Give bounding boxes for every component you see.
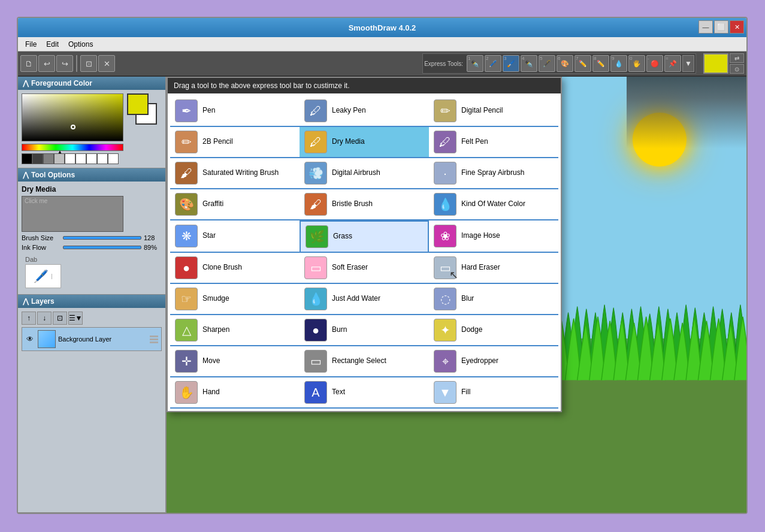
tool-item-rectangle-select[interactable]: ▭ Rectangle Select — [300, 346, 429, 377]
tool-label-grass: Grass — [333, 232, 352, 241]
maximize-button[interactable]: ⬜ — [714, 20, 728, 34]
ink-flow-slider[interactable] — [63, 246, 141, 249]
color-display[interactable] — [703, 53, 728, 74]
express-tool-minus[interactable]: -🔴 — [646, 55, 663, 72]
new-button[interactable]: 🗋 — [20, 55, 37, 72]
express-tool-equals[interactable]: =📌 — [664, 55, 681, 72]
clear-button[interactable]: ✕ — [98, 55, 115, 72]
layer-menu-button[interactable]: ☰▼ — [68, 312, 83, 325]
paste-button[interactable]: ⊡ — [80, 55, 97, 72]
tool-item-smudge[interactable]: ☞ Smudge — [170, 284, 300, 315]
tool-icon-sharpen: △ — [175, 319, 198, 341]
tool-item-text[interactable]: A Text — [300, 377, 429, 409]
redo-button[interactable]: ↪ — [56, 55, 73, 72]
color-spectrum[interactable] — [22, 144, 123, 151]
tool-item-sharpen[interactable]: △ Sharpen — [170, 315, 300, 346]
tool-item-saturated-writing-brush[interactable]: 🖌 Saturated Writing Brush — [170, 158, 300, 189]
tool-item-fine-spray-airbrush[interactable]: · Fine Spray Airbrush — [429, 158, 558, 189]
reset-colors-button[interactable]: ⊙ — [730, 64, 744, 74]
tool-label-dodge: Dodge — [461, 325, 482, 335]
color-controls — [18, 90, 165, 168]
tool-item-dodge[interactable]: ✦ Dodge — [429, 315, 558, 346]
tool-icon-leaky-pen: 🖊 — [304, 99, 327, 122]
more-tools-button[interactable]: ▼ — [682, 55, 694, 72]
tool-label-digital-pencil: Digital Pencil — [461, 106, 503, 116]
canvas-area[interactable]: Drag a tool to the above express tool ba… — [167, 77, 746, 513]
swatch-white2[interactable] — [75, 153, 86, 164]
tool-item-kind-of-water-color[interactable]: 💧 Kind Of Water Color — [429, 189, 558, 220]
tool-item-felt-pen[interactable]: 🖊 Felt Pen — [429, 127, 558, 158]
express-tool-1[interactable]: 1✒️ — [467, 55, 483, 72]
tool-item-grass[interactable]: 🌿 Grass — [300, 220, 429, 253]
tool-item-digital-airbrush[interactable]: 💨 Digital Airbrush — [300, 158, 429, 189]
tool-item-soft-eraser[interactable]: ▭ Soft Eraser — [300, 253, 429, 284]
foreground-color-box[interactable] — [127, 93, 149, 115]
tool-item-star[interactable]: ❋ Star — [170, 220, 300, 253]
brush-preview[interactable]: Click me — [22, 196, 123, 232]
tool-icon-graffiti: 🎨 — [175, 193, 198, 216]
tool-icon-star: ❋ — [175, 225, 198, 247]
tool-item-clone-brush[interactable]: ● Clone Brush — [170, 253, 300, 284]
swatch-white5[interactable] — [108, 153, 119, 164]
minimize-button[interactable]: — — [699, 20, 713, 34]
express-tool-9[interactable]: 9💧 — [610, 55, 627, 72]
close-button[interactable]: ✕ — [730, 20, 744, 34]
express-tool-3[interactable]: 3🖌️ — [503, 55, 519, 72]
dab-section: Dab 🖊️ | — [22, 253, 162, 291]
tool-item-eyedropper[interactable]: ⌖ Eyedropper — [429, 346, 558, 377]
swap-colors-button[interactable]: ⇄ — [730, 53, 744, 63]
tool-item-leaky-pen[interactable]: 🖊 Leaky Pen — [300, 96, 429, 127]
express-tool-6[interactable]: 6🎨 — [557, 55, 573, 72]
tool-label-bristle-brush: Bristle Brush — [332, 200, 373, 209]
brush-size-slider[interactable] — [63, 236, 141, 240]
tool-options-content: Dry Media Click me Brush Size 128 Ink Fl… — [18, 182, 165, 294]
tool-item-bristle-brush[interactable]: 🖌 Bristle Brush — [300, 189, 429, 220]
swatch-lightgray[interactable] — [54, 153, 65, 164]
layer-item[interactable]: 👁 Background Layer — [22, 327, 162, 351]
layers-toolbar: ↑ ↓ ⊡ ☰▼ — [22, 312, 162, 325]
undo-button[interactable]: ↩ — [38, 55, 55, 72]
tool-item-burn[interactable]: ● Burn — [300, 315, 429, 346]
tool-item-hand[interactable]: ✋ Hand — [170, 377, 300, 409]
tool-item-2b-pencil[interactable]: ✏ 2B Pencil — [170, 127, 300, 158]
menu-edit[interactable]: Edit — [41, 39, 64, 50]
tool-item-dry-media[interactable]: 🖊 Dry Media — [300, 127, 429, 158]
ink-flow-label: Ink Flow — [22, 244, 61, 251]
layer-visibility-toggle[interactable]: 👁 — [25, 334, 35, 344]
tool-icon-hand: ✋ — [175, 381, 198, 404]
tool-icon-felt-pen: 🖊 — [434, 131, 456, 153]
layer-duplicate-button[interactable]: ⊡ — [53, 312, 67, 325]
layer-up-button[interactable]: ↑ — [22, 312, 36, 325]
swatch-white[interactable] — [65, 153, 75, 164]
foreground-color-header: ⋀ Foreground Color — [18, 77, 165, 90]
swatch-black[interactable] — [22, 153, 32, 164]
swatch-white4[interactable] — [97, 153, 108, 164]
express-tool-2[interactable]: 2🖊️ — [485, 55, 501, 72]
layer-down-button[interactable]: ↓ — [37, 312, 52, 325]
express-tool-7[interactable]: 7✏️ — [574, 55, 591, 72]
tool-item-hard-eraser[interactable]: ▭ Hard Eraser — [429, 253, 558, 284]
express-tool-5[interactable]: 5🖋️ — [539, 55, 555, 72]
tool-item-pen[interactable]: ✒ Pen — [170, 96, 300, 127]
express-tool-8[interactable]: 8✏️ — [592, 55, 609, 72]
app-title: SmoothDraw 4.0.2 — [349, 23, 416, 32]
tool-item-graffiti[interactable]: 🎨 Graffiti — [170, 189, 300, 220]
swatch-darkgray[interactable] — [32, 153, 43, 164]
tool-item-image-hose[interactable]: ❀ Image Hose — [429, 220, 558, 253]
tool-item-digital-pencil[interactable]: ✏ Digital Pencil — [429, 96, 558, 127]
tool-item-blur[interactable]: ◌ Blur — [429, 284, 558, 315]
layers-section: ⋀ Layers ↑ ↓ ⊡ ☰▼ 👁 Background Layer — [18, 295, 165, 513]
tool-item-just-add-water[interactable]: 💧 Just Add Water — [300, 284, 429, 315]
express-tool-4[interactable]: 4✒️ — [521, 55, 537, 72]
tool-icon-pen: ✒ — [175, 99, 198, 122]
dab-preview[interactable]: 🖊️ | — [25, 264, 61, 288]
layer-resize-handle[interactable] — [149, 335, 159, 344]
menu-options[interactable]: Options — [64, 39, 98, 50]
swatch-gray[interactable] — [43, 153, 54, 164]
menu-file[interactable]: File — [20, 39, 41, 50]
color-picker[interactable] — [22, 93, 123, 141]
tool-item-move[interactable]: ✛ Move — [170, 346, 300, 377]
tool-item-fill[interactable]: ▼ Fill — [429, 377, 558, 409]
express-tool-0[interactable]: 0🖐️ — [628, 55, 645, 72]
swatch-white3[interactable] — [86, 153, 97, 164]
